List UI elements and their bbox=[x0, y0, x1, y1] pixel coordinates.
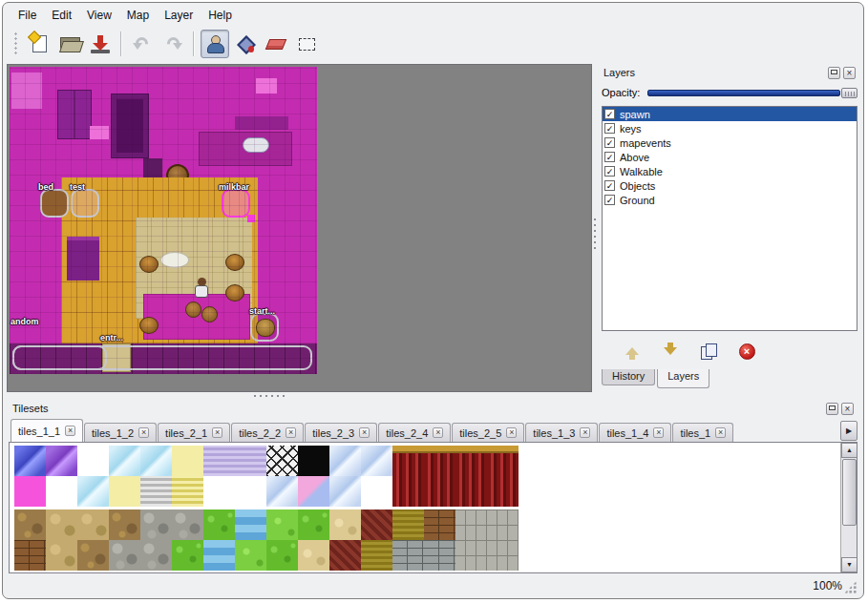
tile-shine-ltblue[interactable] bbox=[329, 476, 361, 507]
tile-white[interactable] bbox=[46, 476, 77, 507]
tile-grass[interactable] bbox=[298, 509, 329, 540]
tile-olive[interactable] bbox=[392, 509, 424, 540]
layer-row-Above[interactable]: ✓Above bbox=[603, 150, 857, 164]
tile-water[interactable] bbox=[235, 509, 266, 540]
tile-dirt[interactable] bbox=[77, 540, 109, 571]
tile-curtain-top[interactable] bbox=[424, 446, 455, 476]
open-button[interactable] bbox=[55, 30, 84, 58]
tile-ice[interactable] bbox=[140, 446, 172, 476]
tile-checker[interactable] bbox=[266, 446, 298, 476]
menu-map[interactable]: Map bbox=[119, 7, 157, 24]
tile-curtain-top[interactable] bbox=[455, 446, 487, 476]
tileset-tab-tiles_1_3[interactable]: tiles_1_3× bbox=[525, 423, 598, 442]
tile-cobble[interactable] bbox=[140, 540, 172, 571]
tile-white[interactable] bbox=[203, 476, 235, 507]
tab-close-icon[interactable]: × bbox=[138, 427, 149, 438]
fill-button[interactable] bbox=[231, 30, 260, 58]
raise-layer-button[interactable] bbox=[621, 340, 644, 363]
horizontal-splitter[interactable] bbox=[7, 392, 859, 400]
layer-visibility-checkbox[interactable]: ✓ bbox=[604, 123, 615, 134]
tile-stone-tan[interactable] bbox=[46, 540, 77, 571]
close-dock-button[interactable]: × bbox=[843, 67, 856, 79]
tab-close-icon[interactable]: × bbox=[359, 427, 370, 438]
layer-row-mapevents[interactable]: ✓mapevents bbox=[603, 135, 857, 150]
tile-brick-gray[interactable] bbox=[392, 540, 424, 571]
tile-black[interactable] bbox=[298, 446, 329, 476]
tile-shine-blue[interactable] bbox=[14, 446, 46, 476]
tile-magenta[interactable] bbox=[14, 476, 46, 507]
tile-curtain-mid[interactable] bbox=[424, 476, 455, 507]
layer-visibility-checkbox[interactable]: ✓ bbox=[604, 166, 615, 177]
tile-grass[interactable] bbox=[172, 540, 203, 571]
tile-stripe-gray[interactable] bbox=[140, 476, 172, 507]
scroll-up-button[interactable]: ▲ bbox=[841, 443, 857, 458]
tile-curtain-top[interactable] bbox=[392, 446, 424, 476]
tab-close-icon[interactable]: × bbox=[286, 427, 296, 438]
tile-curtain-mid[interactable] bbox=[487, 476, 519, 507]
menu-view[interactable]: View bbox=[79, 7, 119, 24]
tileset-view[interactable]: ▲ ▼ bbox=[9, 442, 857, 573]
splitter-grip[interactable] bbox=[593, 217, 597, 249]
scroll-tabs-right-button[interactable]: ▶ bbox=[840, 421, 857, 441]
slider-handle[interactable] bbox=[841, 88, 857, 98]
menu-edit[interactable]: Edit bbox=[44, 7, 79, 24]
tile-stripe-lav[interactable] bbox=[235, 446, 266, 476]
undo-button[interactable] bbox=[128, 30, 157, 58]
tile-dirt[interactable] bbox=[14, 509, 46, 540]
tile-stone-slab[interactable] bbox=[487, 509, 519, 540]
layer-visibility-checkbox[interactable]: ✓ bbox=[604, 137, 615, 148]
tile-shine-ltblue[interactable] bbox=[266, 476, 298, 507]
stamp-button[interactable] bbox=[201, 30, 229, 58]
tile-shine-ltblue[interactable] bbox=[329, 446, 361, 476]
resize-grip[interactable] bbox=[844, 581, 857, 593]
tile-grass[interactable] bbox=[203, 509, 235, 540]
tile-stone-tan[interactable] bbox=[46, 509, 77, 540]
eraser-button[interactable] bbox=[262, 30, 290, 58]
tile-white[interactable] bbox=[361, 476, 392, 507]
layer-row-Objects[interactable]: ✓Objects bbox=[603, 178, 857, 193]
duplicate-layer-button[interactable] bbox=[697, 340, 720, 363]
tile-maroon[interactable] bbox=[361, 509, 392, 540]
tileset-tab-tiles_2_2[interactable]: tiles_2_2× bbox=[231, 423, 304, 442]
delete-layer-button[interactable]: × bbox=[735, 340, 758, 363]
tileset-tab-tiles_1[interactable]: tiles_1× bbox=[672, 423, 733, 442]
tile-brick-gray[interactable] bbox=[424, 540, 455, 571]
float-dock-button[interactable] bbox=[826, 403, 838, 415]
close-dock-button[interactable]: × bbox=[841, 403, 854, 415]
layer-row-spawn[interactable]: ✓spawn bbox=[603, 107, 857, 121]
layer-row-keys[interactable]: ✓keys bbox=[603, 121, 857, 135]
tile-curtain-top[interactable] bbox=[487, 446, 519, 476]
tile-white[interactable] bbox=[235, 476, 266, 507]
tile-brick-brown[interactable] bbox=[424, 509, 455, 540]
menu-file[interactable]: File bbox=[11, 7, 44, 24]
tile-white[interactable] bbox=[77, 446, 109, 476]
tile-stripe-yellow[interactable] bbox=[172, 476, 203, 507]
save-button[interactable] bbox=[86, 30, 115, 58]
tile-pinkblue[interactable] bbox=[298, 476, 329, 507]
tile-stone-tan[interactable] bbox=[77, 509, 109, 540]
redo-button[interactable] bbox=[159, 30, 187, 58]
tile-sand[interactable] bbox=[329, 509, 361, 540]
tile-stone-slab[interactable] bbox=[487, 540, 519, 571]
tile-water[interactable] bbox=[203, 540, 235, 571]
tab-close-icon[interactable]: × bbox=[715, 427, 726, 438]
toolbar-handle[interactable] bbox=[13, 31, 19, 56]
tab-close-icon[interactable]: × bbox=[433, 427, 443, 438]
select-button[interactable] bbox=[292, 30, 321, 58]
scrollbar-thumb[interactable] bbox=[842, 459, 857, 526]
tab-close-icon[interactable]: × bbox=[65, 426, 75, 436]
tileset-tab-tiles_2_1[interactable]: tiles_2_1× bbox=[158, 423, 230, 442]
layer-row-Ground[interactable]: ✓Ground bbox=[603, 193, 857, 207]
new-button[interactable] bbox=[25, 30, 53, 58]
tile-cobble[interactable] bbox=[109, 540, 140, 571]
opacity-slider[interactable] bbox=[647, 87, 857, 99]
layer-visibility-checkbox[interactable]: ✓ bbox=[604, 109, 615, 119]
tile-sand[interactable] bbox=[298, 540, 329, 571]
tile-stone-slab[interactable] bbox=[455, 509, 487, 540]
scroll-down-button[interactable]: ▼ bbox=[841, 557, 857, 572]
tile-grass[interactable] bbox=[266, 540, 298, 571]
tile-dirt[interactable] bbox=[109, 509, 140, 540]
tile-brick-brown[interactable] bbox=[14, 540, 46, 571]
tile-grass2[interactable] bbox=[235, 540, 266, 571]
tile-olive[interactable] bbox=[361, 540, 392, 571]
